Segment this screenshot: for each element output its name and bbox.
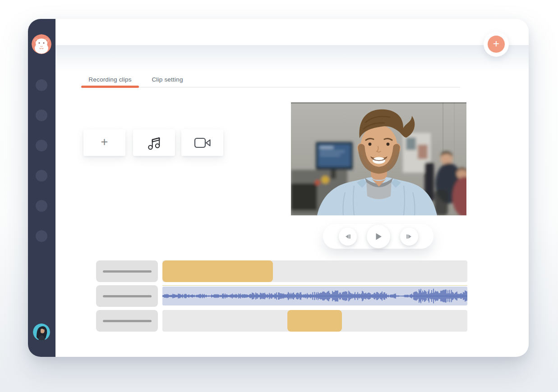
plus-icon: + [493,38,499,49]
sidebar-nav-item-2[interactable] [36,109,47,121]
user-avatar[interactable] [33,324,50,341]
play-button[interactable] [367,225,390,248]
monkey-mascot-icon [32,34,51,54]
timeline-ruler-line [162,285,467,286]
sidebar-nav-item-1[interactable] [36,79,47,91]
play-icon [374,232,383,241]
track-1[interactable] [162,260,467,282]
track-3-label[interactable] [96,310,158,332]
add-button[interactable]: + [488,36,505,53]
video-camera-icon [194,137,211,149]
timeline-clip[interactable] [287,310,342,332]
video-preview-image [291,102,466,215]
track-2-label[interactable] [96,285,158,307]
track-3[interactable] [162,310,467,332]
audio-waveform [162,287,467,305]
tab-recording-clips[interactable]: Recording clips [81,75,139,84]
fab-halo: + [484,32,509,57]
add-clip-button[interactable]: + [83,129,125,156]
sidebar-nav-item-4[interactable] [36,170,47,182]
step-forward-icon [406,233,412,240]
plus-icon: + [101,136,108,149]
app-logo[interactable] [32,34,51,54]
audio-waveform-clip[interactable] [162,287,467,305]
sidebar-nav [36,79,47,242]
active-tab-indicator [81,86,139,88]
user-avatar-photo [33,324,50,341]
app-window: + Recording clips Clip setting + [28,19,529,357]
track-2-audio[interactable] [162,285,467,307]
sidebar [28,19,55,357]
add-video-button[interactable] [181,129,223,156]
sidebar-nav-item-5[interactable] [36,200,47,212]
timeline-clip[interactable] [162,260,273,282]
header-divider-fade [55,45,529,71]
sidebar-nav-item-3[interactable] [36,140,47,151]
step-forward-button[interactable] [400,228,418,246]
video-preview [291,102,466,215]
playback-controls [323,224,433,249]
track-1-label[interactable] [96,260,158,282]
track-label-placeholder [103,295,152,297]
step-backward-icon [345,233,351,240]
tab-clip-setting[interactable]: Clip setting [139,75,196,84]
track-label-placeholder [103,320,152,322]
add-music-button[interactable] [133,129,175,156]
music-note-icon [147,135,161,150]
step-backward-button[interactable] [339,228,357,246]
track-label-placeholder [103,270,152,273]
sidebar-nav-item-6[interactable] [36,230,47,242]
